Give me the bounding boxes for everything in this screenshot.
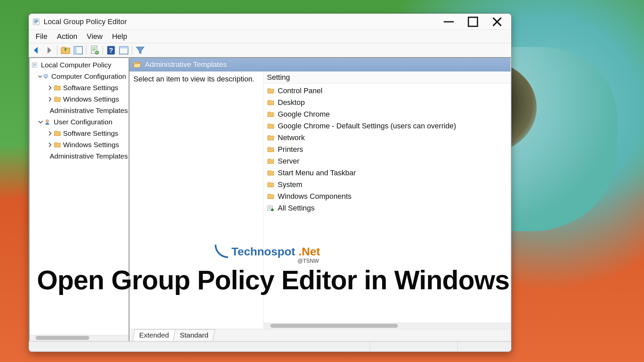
- filter-button[interactable]: [134, 45, 146, 56]
- details-header-title: Administrative Templates: [145, 60, 227, 69]
- list-item[interactable]: Windows Components: [266, 190, 508, 202]
- user-icon: [44, 119, 52, 125]
- chevron-down-icon[interactable]: [38, 119, 44, 125]
- tree-uc-administrative-templates[interactable]: Administrative Templates: [30, 150, 127, 162]
- titlebar[interactable]: Local Group Policy Editor: [29, 14, 511, 30]
- chevron-right-icon[interactable]: [47, 142, 53, 148]
- list-item[interactable]: Start Menu and Taskbar: [266, 167, 508, 179]
- list-item[interactable]: Desktop: [266, 97, 508, 108]
- column-header-setting[interactable]: Setting: [264, 71, 511, 83]
- tree-cc-software-settings[interactable]: Software Settings: [30, 82, 127, 94]
- menu-view[interactable]: View: [82, 30, 107, 43]
- svg-rect-12: [45, 77, 47, 78]
- tree-computer-configuration[interactable]: Computer Configuration: [30, 71, 127, 82]
- maximize-button[interactable]: [466, 16, 480, 28]
- status-segment: [458, 342, 511, 352]
- tree-horizontal-scrollbar[interactable]: [30, 335, 128, 341]
- tree-uc-software-settings[interactable]: Software Settings: [30, 128, 127, 139]
- app-icon: [32, 18, 40, 26]
- logo-text-part1: Technospot: [231, 245, 295, 258]
- list-item[interactable]: Control Panel: [266, 85, 508, 97]
- list-item[interactable]: Google Chrome: [266, 108, 508, 120]
- list-item[interactable]: System: [266, 179, 508, 190]
- tree-label: Administrative Templates: [50, 152, 128, 160]
- view-tabs: Extended Standard: [129, 329, 511, 341]
- list-horizontal-scrollbar[interactable]: [264, 323, 511, 329]
- up-level-button[interactable]: [59, 45, 71, 56]
- show-hide-tree-button[interactable]: [72, 45, 84, 56]
- svg-rect-3: [74, 46, 77, 54]
- tree-label: Software Settings: [63, 84, 118, 92]
- logo-swoosh-icon: [215, 245, 228, 258]
- toolbar-separator: [57, 46, 57, 55]
- close-button[interactable]: [490, 16, 504, 28]
- list-item-label: Printers: [278, 145, 303, 154]
- logo-subtitle: @TSNW: [298, 258, 319, 264]
- details-pane: Administrative Templates Select an item …: [129, 57, 511, 342]
- forward-button[interactable]: [43, 45, 55, 56]
- list-item-label: Desktop: [278, 98, 305, 107]
- menu-file[interactable]: File: [31, 30, 52, 43]
- folder-icon: [54, 141, 61, 148]
- list-item-label: Google Chrome - Default Settings (users …: [278, 122, 456, 130]
- folder-icon: [267, 170, 274, 176]
- tree-label: Windows Settings: [63, 95, 119, 103]
- folder-icon: [54, 96, 61, 103]
- tree-label: User Configuration: [54, 118, 112, 126]
- list-item[interactable]: Network: [266, 132, 508, 143]
- tab-extended[interactable]: Extended: [132, 329, 176, 341]
- folder-icon: [267, 99, 274, 106]
- tree-cc-administrative-templates[interactable]: Administrative Templates: [30, 105, 127, 116]
- back-button[interactable]: [30, 45, 42, 56]
- list-item-label: Network: [278, 133, 305, 142]
- chevron-down-icon[interactable]: [38, 73, 43, 79]
- content-area: Local Computer Policy Computer Configura…: [29, 57, 511, 342]
- tree-user-configuration[interactable]: User Configuration: [30, 116, 127, 128]
- folder-icon: [267, 193, 274, 200]
- help-button[interactable]: ?: [105, 45, 117, 56]
- all-settings-icon: [267, 205, 274, 212]
- description-placeholder: Select an item to view its description.: [133, 75, 255, 83]
- status-segment: [29, 342, 370, 352]
- list-item-label: All Settings: [278, 204, 315, 213]
- tree-cc-windows-settings[interactable]: Windows Settings: [30, 94, 127, 105]
- folder-icon: [54, 84, 61, 91]
- list-item[interactable]: Printers: [266, 143, 508, 155]
- overlay-headline: Open Group Policy Editor in Windows: [37, 265, 509, 296]
- list-item[interactable]: Google Chrome - Default Settings (users …: [266, 120, 508, 132]
- list-item-label: Windows Components: [278, 192, 352, 201]
- folder-icon: [54, 130, 61, 137]
- chevron-right-icon[interactable]: [47, 96, 53, 102]
- computer-icon: [43, 73, 49, 80]
- list-item-all-settings[interactable]: All Settings: [266, 202, 508, 214]
- list-item[interactable]: Server: [266, 155, 508, 167]
- list-item-label: Google Chrome: [278, 110, 330, 119]
- folder-icon: [267, 87, 274, 94]
- menu-help[interactable]: Help: [107, 30, 132, 43]
- tree-root-local-computer-policy[interactable]: Local Computer Policy: [30, 59, 127, 71]
- window-title: Local Group Policy Editor: [44, 17, 127, 26]
- tree-label: Windows Settings: [63, 141, 119, 149]
- svg-rect-9: [119, 46, 128, 48]
- list-item-label: Control Panel: [278, 86, 322, 95]
- details-header: Administrative Templates: [129, 58, 511, 71]
- svg-rect-11: [44, 74, 48, 77]
- folder-open-icon: [133, 61, 142, 68]
- chevron-right-icon[interactable]: [47, 130, 53, 136]
- tree-uc-windows-settings[interactable]: Windows Settings: [30, 139, 127, 150]
- status-segment: [370, 342, 458, 352]
- minimize-button[interactable]: [442, 16, 455, 28]
- scrollbar-thumb[interactable]: [270, 324, 398, 328]
- chevron-right-icon[interactable]: [47, 85, 53, 91]
- menu-action[interactable]: Action: [52, 30, 82, 43]
- export-list-button[interactable]: [89, 45, 101, 56]
- tree-label: Computer Configuration: [51, 72, 126, 80]
- toolbar-separator: [86, 46, 87, 55]
- properties-button[interactable]: [118, 45, 130, 56]
- list-item-label: System: [278, 180, 302, 189]
- logo-text-part2: .Net: [299, 245, 320, 258]
- scrollbar-thumb[interactable]: [36, 336, 89, 340]
- tab-standard[interactable]: Standard: [173, 329, 215, 341]
- folder-icon: [267, 146, 274, 153]
- folder-icon: [267, 111, 274, 118]
